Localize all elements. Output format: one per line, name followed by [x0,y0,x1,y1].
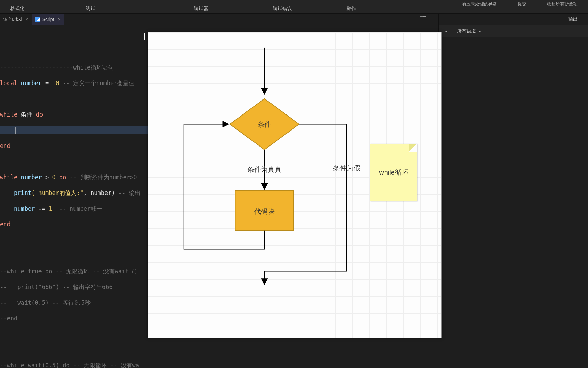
svg-rect-1 [423,16,426,22]
opt-unhandled[interactable]: 响应未处理的异常 [458,0,501,8]
ribbon-test[interactable]: 测试 [76,5,105,13]
close-icon[interactable]: × [25,17,28,22]
true-label: 条件为真真 [247,166,281,173]
false-label: 条件为假 [333,164,360,172]
tab-script-label: Script [42,17,54,22]
code-block-label: 代码块 [254,208,275,215]
output-label: 输出 [568,16,578,22]
filter-context-label: 所有语境 [457,28,476,34]
sticky-note: while循环 [370,144,417,201]
tab-script[interactable]: Script × [32,14,64,25]
output-panel-header: 输出 [438,14,588,25]
chevron-down-icon [445,31,448,32]
ribbon-debug-error[interactable]: 调试错误 [263,5,302,13]
filter-context-dropdown[interactable]: 所有语境 [454,27,484,36]
opt-raise[interactable]: 提交 [514,0,530,8]
text-cursor-icon: I [143,31,144,43]
chevron-down-icon [478,31,481,32]
flowchart-diagram: 条件 条件为假 条件为真真 代码块 while循环 [148,32,442,338]
output-filter-bar: 所有语境 [438,25,588,37]
tab-rbxl[interactable]: 语句.rbxl × [0,14,32,25]
close-icon[interactable]: × [58,17,60,22]
ribbon-debugger[interactable]: 调试器 [184,5,218,13]
filter-dropdown-1[interactable] [442,29,451,34]
tab-rbxl-label: 语句.rbxl [3,16,22,22]
ribbon-right-options: 响应未处理的异常 提交 收起所有折叠项 [458,0,581,8]
split-editor-icon[interactable] [418,15,428,24]
ribbon-operation[interactable]: 操作 [336,5,366,13]
script-icon [35,17,40,22]
ribbon-format[interactable]: 格式化 [0,5,35,13]
opt-fold[interactable]: 收起所有折叠项 [543,0,581,8]
condition-label: 条件 [258,121,271,128]
note-text: while循环 [379,168,408,177]
